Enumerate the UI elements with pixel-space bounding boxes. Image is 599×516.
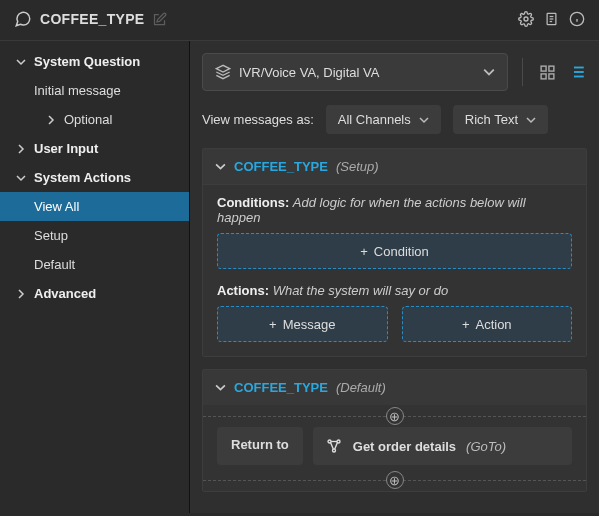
chevron-down-icon [14, 57, 28, 67]
add-message-button[interactable]: + Message [217, 306, 388, 342]
format-filter[interactable]: Rich Text [453, 105, 548, 134]
conditions-label: Conditions: [217, 195, 289, 210]
add-action-button[interactable]: + Action [402, 306, 573, 342]
sidebar-label: System Question [34, 54, 140, 69]
sidebar: System Question Initial message Optional… [0, 41, 190, 513]
channel-select[interactable]: IVR/Voice VA, Digital VA [202, 53, 508, 91]
chevron-down-icon [215, 382, 226, 393]
svg-rect-11 [541, 73, 546, 78]
svg-rect-9 [541, 66, 546, 71]
sidebar-item-advanced[interactable]: Advanced [0, 279, 189, 308]
svg-point-19 [328, 440, 331, 443]
sidebar-item-user-input[interactable]: User Input [0, 134, 189, 163]
info-icon[interactable] [569, 11, 585, 27]
return-to-label: Return to [217, 427, 303, 465]
main-panel: IVR/Voice VA, Digital VA View messages a… [190, 41, 599, 513]
goto-icon [325, 437, 343, 455]
notes-icon[interactable] [544, 11, 559, 27]
chevron-right-icon [14, 144, 28, 154]
sidebar-label: System Actions [34, 170, 131, 185]
actions-heading: Actions: What the system will say or do [217, 283, 572, 298]
chevron-down-icon [483, 66, 495, 78]
chevron-down-icon [526, 115, 536, 125]
add-step-button[interactable]: ⊕ [386, 471, 404, 489]
goto-subtitle: (GoTo) [466, 439, 506, 454]
goto-title: Get order details [353, 439, 456, 454]
actions-hint: What the system will say or do [273, 283, 449, 298]
chevron-down-icon [419, 115, 429, 125]
channel-select-label: IVR/Voice VA, Digital VA [239, 65, 379, 80]
list-view-icon[interactable] [567, 62, 587, 82]
svg-rect-12 [548, 73, 553, 78]
channels-icon [215, 64, 231, 80]
svg-rect-10 [548, 66, 553, 71]
section-subtitle: (Setup) [336, 159, 379, 174]
sidebar-item-system-actions[interactable]: System Actions [0, 163, 189, 192]
chevron-down-icon [14, 173, 28, 183]
sidebar-item-initial-message[interactable]: Initial message [0, 76, 189, 105]
section-subtitle: (Default) [336, 380, 386, 395]
sidebar-item-view-all[interactable]: View All [0, 192, 189, 221]
plus-icon: + [360, 244, 368, 259]
chevron-down-icon [215, 161, 226, 172]
chevron-right-icon [44, 115, 58, 125]
svg-point-21 [332, 449, 335, 452]
goto-target[interactable]: Get order details (GoTo) [313, 427, 572, 465]
sidebar-label: View All [34, 199, 79, 214]
setup-section: COFFEE_TYPE (Setup) Conditions: Add logi… [202, 148, 587, 357]
sidebar-label: Initial message [34, 83, 121, 98]
section-header-default[interactable]: COFFEE_TYPE (Default) [203, 370, 586, 405]
sidebar-label: Advanced [34, 286, 96, 301]
channel-filter-label: All Channels [338, 112, 411, 127]
edit-icon[interactable] [152, 12, 167, 27]
sidebar-label: User Input [34, 141, 98, 156]
add-step-button[interactable]: ⊕ [386, 407, 404, 425]
gear-icon[interactable] [518, 11, 534, 27]
chevron-right-icon [14, 289, 28, 299]
channel-filter[interactable]: All Channels [326, 105, 441, 134]
chat-icon [14, 10, 32, 28]
add-action-label: Action [475, 317, 511, 332]
svg-point-20 [337, 440, 340, 443]
add-message-label: Message [283, 317, 336, 332]
page-title: COFFEE_TYPE [40, 11, 144, 27]
sidebar-item-system-question[interactable]: System Question [0, 47, 189, 76]
actions-label: Actions: [217, 283, 269, 298]
default-section: COFFEE_TYPE (Default) ⊕ Return to Get or… [202, 369, 587, 492]
sidebar-item-default[interactable]: Default [0, 250, 189, 279]
svg-marker-8 [216, 65, 229, 72]
add-condition-button[interactable]: + Condition [217, 233, 572, 269]
insert-above: ⊕ [203, 405, 586, 427]
sidebar-label: Default [34, 257, 75, 272]
add-condition-label: Condition [374, 244, 429, 259]
sidebar-label: Setup [34, 228, 68, 243]
format-filter-label: Rich Text [465, 112, 518, 127]
divider [522, 58, 523, 86]
section-title: COFFEE_TYPE [234, 159, 328, 174]
view-as-label: View messages as: [202, 112, 314, 127]
page-header: COFFEE_TYPE [0, 0, 599, 41]
svg-point-0 [524, 17, 528, 21]
insert-below: ⊕ [203, 469, 586, 491]
conditions-heading: Conditions: Add logic for when the actio… [217, 195, 572, 225]
sidebar-item-setup[interactable]: Setup [0, 221, 189, 250]
section-title: COFFEE_TYPE [234, 380, 328, 395]
plus-icon: + [269, 317, 277, 332]
grid-view-icon[interactable] [537, 62, 557, 82]
section-header-setup[interactable]: COFFEE_TYPE (Setup) [203, 149, 586, 185]
sidebar-item-optional[interactable]: Optional [0, 105, 189, 134]
sidebar-label: Optional [64, 112, 112, 127]
plus-icon: + [462, 317, 470, 332]
